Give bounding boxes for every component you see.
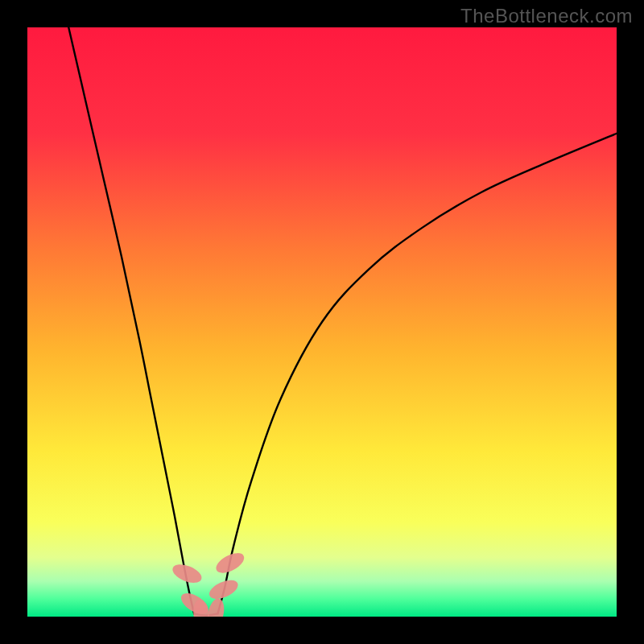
chart-frame: TheBottleneck.com — [0, 0, 644, 644]
chart-svg — [27, 27, 617, 617]
watermark-text: TheBottleneck.com — [460, 5, 633, 27]
plot-area — [27, 27, 617, 617]
